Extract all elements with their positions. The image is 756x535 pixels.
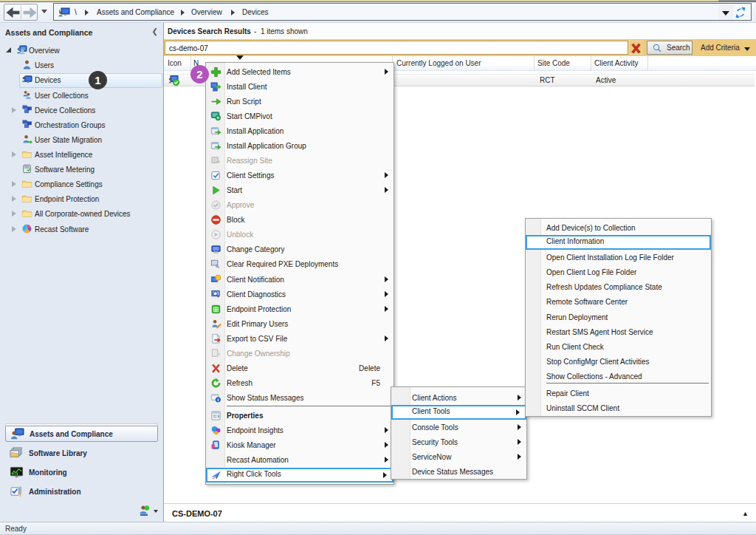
svg-text:i: i — [217, 397, 219, 402]
